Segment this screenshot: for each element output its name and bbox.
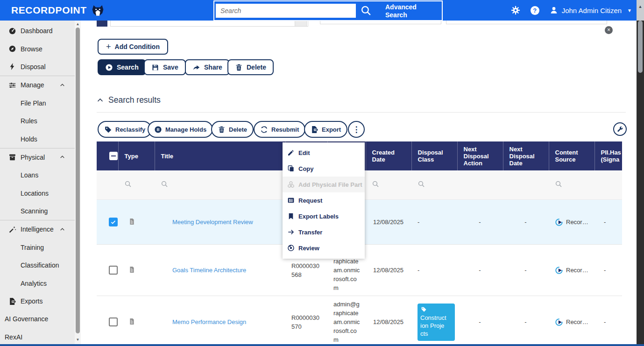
sidebar-item-intelligence[interactable]: Intelligence bbox=[0, 220, 75, 238]
search-icon bbox=[360, 5, 372, 16]
chevron-up-icon[interactable] bbox=[97, 97, 104, 104]
record-title-link[interactable]: Memo Performance Design bbox=[172, 318, 246, 325]
recordpoint-logo[interactable]: RECORDPOINT bbox=[11, 0, 104, 21]
delete-results-button[interactable]: Delete bbox=[211, 121, 254, 138]
column-header-content-source[interactable]: Content Source bbox=[549, 141, 594, 170]
more-actions-button[interactable]: ⋮ bbox=[348, 121, 365, 138]
scroll-up-icon[interactable]: ▲ bbox=[637, 0, 644, 21]
filter-type[interactable] bbox=[118, 170, 155, 200]
sidebar-item-file-plan[interactable]: File Plan bbox=[0, 94, 75, 112]
save-button[interactable]: Save bbox=[144, 59, 186, 75]
search-input[interactable] bbox=[216, 4, 356, 18]
column-label: Next Disposal Date bbox=[510, 146, 535, 167]
condition-field-input[interactable] bbox=[110, 21, 308, 27]
menu-item-copy[interactable]: Copy bbox=[283, 161, 365, 177]
menu-item-add-physical-file-part[interactable]: Add Physical File Part bbox=[283, 177, 365, 192]
created-date: 12/08/2025 bbox=[366, 296, 411, 345]
delete-button[interactable]: Delete bbox=[227, 59, 274, 75]
condition-field-addon-button[interactable] bbox=[295, 21, 307, 27]
search-submit-button[interactable] bbox=[360, 5, 372, 16]
select-all-header[interactable] bbox=[97, 141, 118, 170]
sidebar-item-training[interactable]: Training bbox=[0, 239, 75, 256]
page-scrollbar[interactable]: ▲ bbox=[637, 0, 644, 346]
menu-item-review[interactable]: Review bbox=[283, 240, 365, 256]
sidebar-item-analytics[interactable]: Analytics bbox=[0, 274, 75, 292]
help-icon[interactable]: ? bbox=[531, 6, 539, 15]
sidebar-item-rules[interactable]: Rules bbox=[0, 112, 75, 130]
menu-item-export-labels[interactable]: Export Labels bbox=[283, 208, 365, 224]
sidebar-item-loans[interactable]: Loans bbox=[0, 166, 75, 184]
record-title-link[interactable]: Goals Timeline Architecture bbox=[172, 267, 246, 274]
menu-item-edit[interactable]: Edit bbox=[283, 145, 365, 161]
column-header-next-disposal-action[interactable]: Next Disposal Action bbox=[457, 141, 503, 170]
row-checkbox[interactable] bbox=[109, 266, 118, 275]
filter-created-date[interactable] bbox=[366, 170, 411, 200]
sidebar-item-dashboard[interactable]: Dashboard bbox=[0, 22, 75, 40]
chevron-up-icon[interactable] bbox=[59, 154, 65, 160]
column-header-title[interactable]: Title bbox=[155, 141, 285, 170]
row-checkbox[interactable] bbox=[109, 318, 118, 326]
menu-item-request[interactable]: Request bbox=[283, 192, 365, 208]
sidebar-scrollbar[interactable]: ▲ ▼ bbox=[75, 21, 81, 344]
sidebar-item-label: Disposal bbox=[21, 63, 46, 71]
filter-disposal-class[interactable] bbox=[411, 170, 457, 200]
column-settings-button[interactable] bbox=[613, 122, 627, 136]
sidebar-item-browse[interactable]: Browse bbox=[0, 40, 75, 57]
sidebar-item-disposal[interactable]: Disposal bbox=[0, 58, 75, 76]
add-condition-button[interactable]: + Add Condition bbox=[98, 39, 168, 55]
row-checkbox-checked[interactable] bbox=[109, 218, 118, 226]
column-header-created-date[interactable]: Created Date bbox=[366, 141, 411, 170]
column-header-pii[interactable]: PII.Has (Signa bbox=[594, 141, 622, 170]
column-header-next-disposal-date[interactable]: Next Disposal Date bbox=[503, 141, 549, 170]
save-icon bbox=[151, 64, 159, 71]
reclassify-button[interactable]: Reclassify bbox=[98, 121, 152, 138]
share-button[interactable]: Share bbox=[185, 59, 230, 75]
sidebar-item-classification[interactable]: Classification bbox=[0, 256, 75, 274]
user-name: John Admin Citizen bbox=[562, 7, 622, 14]
next-disposal-action: - bbox=[457, 245, 503, 296]
condition-value-input[interactable] bbox=[446, 21, 607, 24]
search-button[interactable]: Search bbox=[98, 59, 146, 75]
page-scrollbar-thumb[interactable] bbox=[638, 21, 643, 73]
share-button-label: Share bbox=[204, 64, 222, 71]
sidebar-scrollbar-thumb[interactable] bbox=[76, 28, 80, 333]
scroll-down-icon[interactable]: ▼ bbox=[75, 338, 81, 342]
chevron-up-icon[interactable] bbox=[59, 82, 65, 88]
sidebar-item-locations[interactable]: Locations bbox=[0, 184, 75, 202]
menu-item-transfer[interactable]: Transfer bbox=[283, 224, 365, 240]
sidebar-item-manage[interactable]: Manage bbox=[0, 76, 75, 94]
column-label: Next Disposal Action bbox=[464, 146, 489, 167]
sidebar-item-exports[interactable]: Exports bbox=[0, 292, 75, 310]
condition-operator-box[interactable] bbox=[97, 21, 107, 27]
gear-icon[interactable] bbox=[511, 6, 520, 15]
sidebar-item-physical[interactable]: Physical bbox=[0, 148, 75, 166]
sidebar-item-holds[interactable]: Holds bbox=[0, 130, 75, 148]
remove-condition-button[interactable]: × bbox=[605, 26, 613, 34]
sidebar-item-ai-governance[interactable]: AI Governance bbox=[0, 310, 75, 328]
record-title-link[interactable]: Meeting Development Review bbox=[172, 219, 253, 226]
column-header-type[interactable]: Type bbox=[118, 141, 155, 170]
table-row[interactable]: Memo Performance Design R0000030570 admi… bbox=[97, 296, 622, 345]
filter-next-disposal-action bbox=[457, 170, 503, 200]
condition-operator-input[interactable] bbox=[320, 21, 441, 24]
disposal-class: - bbox=[411, 200, 457, 245]
column-header-disposal-class[interactable]: Disposal Class bbox=[411, 141, 457, 170]
user-menu[interactable]: John Admin Citizen ▼ bbox=[550, 6, 632, 14]
disposal-class-chip[interactable]: Construction Projects bbox=[418, 304, 455, 341]
sidebar: Dashboard Browse Disposal Manage File Pl… bbox=[0, 21, 81, 344]
filter-title[interactable] bbox=[155, 170, 285, 200]
sidebar-item-label: File Plan bbox=[21, 99, 46, 107]
select-all-checkbox[interactable] bbox=[109, 152, 118, 160]
reclassify-label: Reclassify bbox=[115, 126, 145, 133]
sidebar-item-scanning[interactable]: Scanning bbox=[0, 202, 75, 220]
resubmit-button[interactable]: Resubmit bbox=[254, 121, 305, 138]
scroll-up-icon[interactable]: ▲ bbox=[75, 22, 81, 26]
chevron-up-icon[interactable] bbox=[59, 226, 65, 233]
document-icon bbox=[128, 266, 135, 274]
sidebar-item-rexai[interactable]: RexAI bbox=[0, 328, 75, 346]
manage-holds-button[interactable]: Manage Holds bbox=[148, 121, 213, 138]
advanced-search-link[interactable]: Advanced Search bbox=[385, 3, 425, 19]
filter-content-source[interactable] bbox=[549, 170, 594, 200]
export-button[interactable]: Export bbox=[304, 121, 347, 138]
pii-value: - bbox=[594, 245, 622, 296]
